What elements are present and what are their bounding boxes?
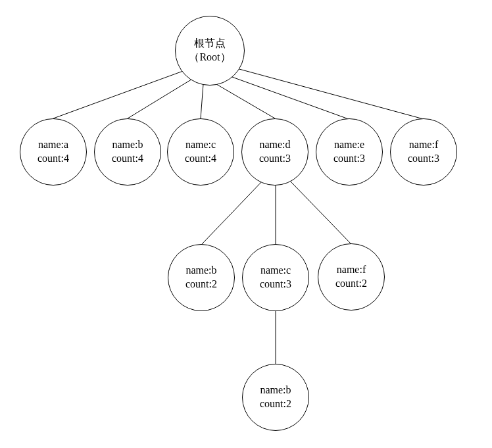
node-level2-b: name:b count:2 xyxy=(168,244,235,311)
node-count: count:4 xyxy=(112,152,143,166)
node-name: name:b xyxy=(112,138,143,152)
node-name: name:f xyxy=(409,138,438,152)
node-name: name:c xyxy=(185,138,216,152)
node-level1-c: name:c count:4 xyxy=(167,118,234,186)
svg-line-3 xyxy=(216,84,275,118)
node-count: count:2 xyxy=(185,278,217,291)
node-level1-f: name:f count:3 xyxy=(390,118,457,186)
node-count: count:3 xyxy=(260,278,291,291)
node-count: count:4 xyxy=(37,152,69,166)
node-name: name:d xyxy=(259,138,290,152)
node-name: name:a xyxy=(38,138,68,152)
root-label-line2: （Root） xyxy=(189,51,230,64)
svg-line-6 xyxy=(202,181,262,244)
svg-line-0 xyxy=(53,70,185,118)
node-name: name:b xyxy=(260,384,291,397)
node-count: count:3 xyxy=(259,152,291,166)
node-level2-c: name:c count:3 xyxy=(242,244,309,311)
svg-line-8 xyxy=(290,181,351,243)
node-name: name:f xyxy=(337,263,366,277)
node-level1-a: name:a count:4 xyxy=(20,118,87,186)
node-level1-e: name:e count:3 xyxy=(316,118,383,186)
svg-line-4 xyxy=(230,76,349,119)
root-label-line1: 根节点 xyxy=(194,37,226,51)
node-count: count:4 xyxy=(185,152,216,166)
node-count: count:3 xyxy=(333,152,365,166)
node-name: name:c xyxy=(260,264,291,278)
node-name: name:b xyxy=(185,264,216,278)
node-name: name:e xyxy=(334,138,364,152)
svg-line-1 xyxy=(128,78,193,118)
node-level1-d: name:d count:3 xyxy=(241,118,308,186)
node-level2-f: name:f count:2 xyxy=(318,243,385,311)
root-node: 根节点 （Root） xyxy=(175,16,245,86)
node-count: count:2 xyxy=(260,397,291,411)
node-level1-b: name:b count:4 xyxy=(94,118,161,186)
svg-line-2 xyxy=(201,84,203,118)
svg-line-5 xyxy=(237,68,424,119)
node-count: count:3 xyxy=(408,152,439,166)
node-level3-b: name:b count:2 xyxy=(242,364,309,431)
node-count: count:2 xyxy=(335,277,367,291)
